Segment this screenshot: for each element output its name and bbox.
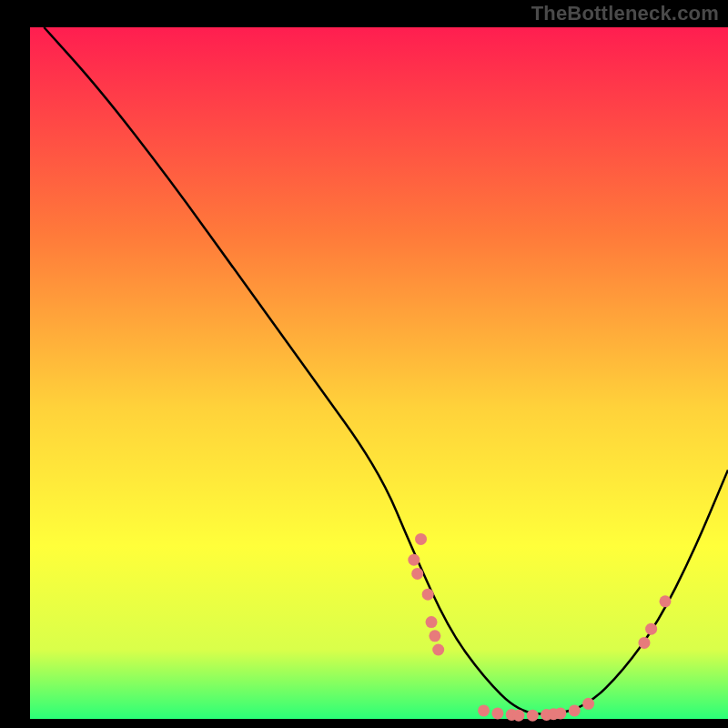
data-point <box>415 533 427 545</box>
data-point <box>582 698 594 710</box>
plot-background <box>30 27 728 719</box>
data-point <box>429 630 440 642</box>
data-point <box>432 644 444 656</box>
data-point <box>408 554 420 566</box>
data-point <box>659 595 671 607</box>
data-point <box>512 710 524 722</box>
chart-frame: TheBottleneck.com <box>0 0 728 728</box>
watermark-text: TheBottleneck.com <box>531 2 719 25</box>
data-point <box>554 707 566 719</box>
data-point <box>569 704 581 716</box>
bottleneck-chart <box>0 0 728 728</box>
data-point <box>478 704 490 716</box>
data-point <box>491 707 503 719</box>
data-point <box>411 568 423 580</box>
data-point <box>527 710 539 722</box>
data-point <box>638 637 650 649</box>
data-point <box>426 616 438 628</box>
data-point <box>422 589 434 601</box>
data-point <box>645 623 657 635</box>
